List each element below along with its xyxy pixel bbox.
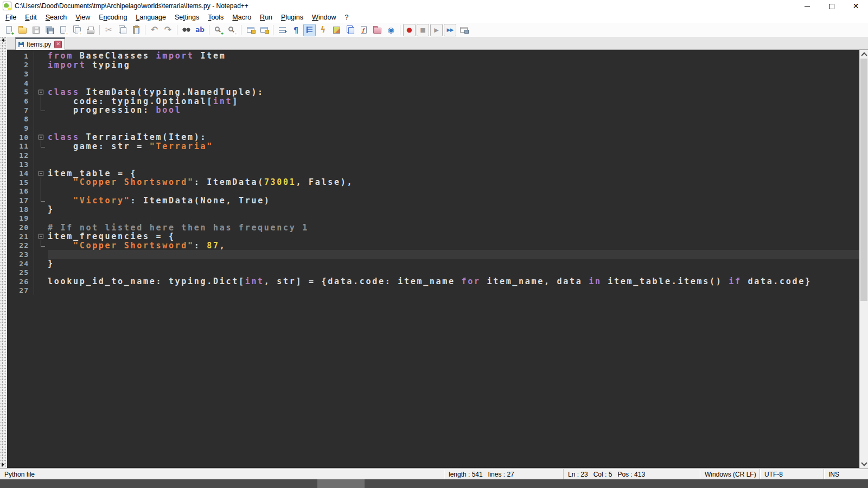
- scroll-down-icon[interactable]: [860, 459, 868, 468]
- zoom-out-badge: -: [233, 31, 238, 36]
- fold-margin: [34, 223, 48, 232]
- redo-button[interactable]: ↷: [162, 24, 174, 36]
- monitoring-button[interactable]: ◉: [385, 24, 397, 36]
- fold-collapse-icon[interactable]: [34, 232, 48, 241]
- fold-collapse-icon[interactable]: [34, 133, 48, 142]
- save-all-button[interactable]: [43, 24, 56, 36]
- show-indent-guide-button[interactable]: [303, 24, 316, 36]
- paste-button[interactable]: [130, 24, 142, 36]
- scroll-up-icon[interactable]: [860, 50, 868, 59]
- minimize-button[interactable]: [795, 0, 819, 12]
- close-button[interactable]: ✕: [844, 0, 868, 12]
- function-list-panel-icon: f: [361, 26, 367, 34]
- code-line-9[interactable]: 9: [7, 124, 859, 133]
- menu-language[interactable]: Language: [131, 12, 170, 22]
- menu-run[interactable]: Run: [256, 12, 277, 22]
- code-text: import typing: [48, 61, 859, 70]
- code-line-19[interactable]: 19: [7, 214, 859, 223]
- menu-file[interactable]: File: [1, 12, 21, 22]
- new-file-button[interactable]: +: [3, 24, 15, 36]
- document-map-button[interactable]: [330, 24, 343, 36]
- dock-grip[interactable]: [0, 37, 7, 468]
- zoom-out-button[interactable]: -: [226, 24, 238, 36]
- menu-edit[interactable]: Edit: [21, 12, 41, 22]
- code-line-1[interactable]: 1from BaseClasses import Item: [7, 52, 859, 61]
- fold-collapse-icon[interactable]: [34, 88, 48, 97]
- tab-items-py[interactable]: Items.py ✕: [15, 37, 65, 50]
- macro-run-multiple-times-button[interactable]: ▶▶: [444, 24, 456, 36]
- code-line-6[interactable]: 6 code: typing.Optional[int]: [7, 97, 859, 106]
- print-button[interactable]: [84, 24, 97, 36]
- cut-button[interactable]: ✂: [103, 24, 115, 36]
- menu-window[interactable]: Window: [308, 12, 340, 22]
- toolbar-separator: [145, 25, 145, 35]
- copy-button[interactable]: [116, 24, 129, 36]
- code-line-4[interactable]: 4: [7, 79, 859, 88]
- code-line-14[interactable]: 14item_table = {: [7, 169, 859, 178]
- close-all-button[interactable]: -: [71, 24, 83, 36]
- code-line-16[interactable]: 16: [7, 187, 859, 196]
- code-line-8[interactable]: 8: [7, 114, 859, 124]
- folder-as-workspace-button[interactable]: [371, 24, 384, 36]
- line-number: 11: [7, 142, 34, 151]
- code-line-27[interactable]: 27: [7, 286, 859, 296]
- tab-close-icon[interactable]: ✕: [54, 41, 62, 48]
- code-line-20[interactable]: 20# If not listed here then has frequenc…: [7, 223, 859, 232]
- code-line-23[interactable]: 23: [7, 250, 859, 259]
- zoom-in-button[interactable]: +: [212, 24, 225, 36]
- macro-start-recording-button[interactable]: ●: [403, 24, 416, 36]
- sync-vertical-scrolling-button[interactable]: [244, 24, 257, 36]
- grip-bottom-arrow-icon[interactable]: [2, 463, 4, 467]
- sync-horizontal-scrolling-button[interactable]: [258, 24, 270, 36]
- code-line-10[interactable]: 10class TerrariaItem(Item):: [7, 133, 859, 142]
- code-editor[interactable]: 1from BaseClasses import Item2import typ…: [7, 50, 859, 468]
- macro-save-recorded-button[interactable]: [457, 24, 470, 36]
- macro-stop-recording-button[interactable]: ■: [417, 24, 429, 36]
- menu-search[interactable]: Search: [41, 12, 72, 22]
- code-line-26[interactable]: 26lookup_id_to_name: typing.Dict[int, st…: [7, 277, 859, 286]
- code-line-15[interactable]: 15 "Copper Shortsword": ItemData(73001, …: [7, 178, 859, 187]
- menu-help[interactable]: ?: [341, 12, 353, 22]
- code-line-18[interactable]: 18}: [7, 205, 859, 214]
- code-text: "Victory": ItemData(None, True): [48, 196, 859, 205]
- fold-margin: [34, 69, 48, 79]
- code-line-7[interactable]: 7 progression: bool: [7, 106, 859, 115]
- code-text: [48, 79, 859, 88]
- code-line-13[interactable]: 13: [7, 160, 859, 169]
- code-line-17[interactable]: 17 "Victory": ItemData(None, True): [7, 196, 859, 205]
- restore-button[interactable]: [819, 0, 844, 12]
- code-line-22[interactable]: 22 "Copper Shortsword": 87,: [7, 241, 859, 250]
- function-list-panel-button[interactable]: f: [358, 24, 370, 36]
- scrollbar-thumb[interactable]: [860, 59, 867, 301]
- menu-encoding[interactable]: Encoding: [94, 12, 131, 22]
- code-line-25[interactable]: 25: [7, 268, 859, 277]
- vertical-scrollbar[interactable]: [859, 50, 868, 468]
- code-line-21[interactable]: 21item_frequencies = {: [7, 232, 859, 241]
- menu-macro[interactable]: Macro: [228, 12, 256, 22]
- fold-collapse-icon[interactable]: [34, 169, 48, 178]
- code-line-3[interactable]: 3: [7, 69, 859, 79]
- close-file-button[interactable]: -: [57, 24, 69, 36]
- menu-view[interactable]: View: [71, 12, 94, 22]
- menu-plugins[interactable]: Plugins: [277, 12, 308, 22]
- save-file-button[interactable]: [30, 24, 42, 36]
- document-list-button[interactable]: [344, 24, 356, 36]
- menu-settings[interactable]: Settings: [170, 12, 203, 22]
- function-list-icon: ϟ: [321, 26, 326, 34]
- code-line-24[interactable]: 24}: [7, 259, 859, 268]
- code-line-11[interactable]: 11 game: str = "Terraria": [7, 142, 859, 151]
- line-number: 16: [7, 187, 34, 196]
- code-line-2[interactable]: 2import typing: [7, 61, 859, 70]
- code-line-5[interactable]: 5class ItemData(typing.NamedTuple):: [7, 88, 859, 97]
- grip-top-arrow-icon[interactable]: [2, 38, 4, 42]
- function-list-button[interactable]: ϟ: [317, 24, 329, 36]
- find-button[interactable]: [180, 24, 193, 36]
- show-all-characters-button[interactable]: ¶: [290, 24, 302, 36]
- macro-playback-button[interactable]: ▶: [430, 24, 443, 36]
- menu-tools[interactable]: Tools: [203, 12, 228, 22]
- word-wrap-button[interactable]: [276, 24, 289, 36]
- undo-button[interactable]: ↶: [148, 24, 161, 36]
- open-file-button[interactable]: [16, 24, 29, 36]
- replace-button[interactable]: ab: [194, 24, 206, 36]
- code-line-12[interactable]: 12: [7, 151, 859, 160]
